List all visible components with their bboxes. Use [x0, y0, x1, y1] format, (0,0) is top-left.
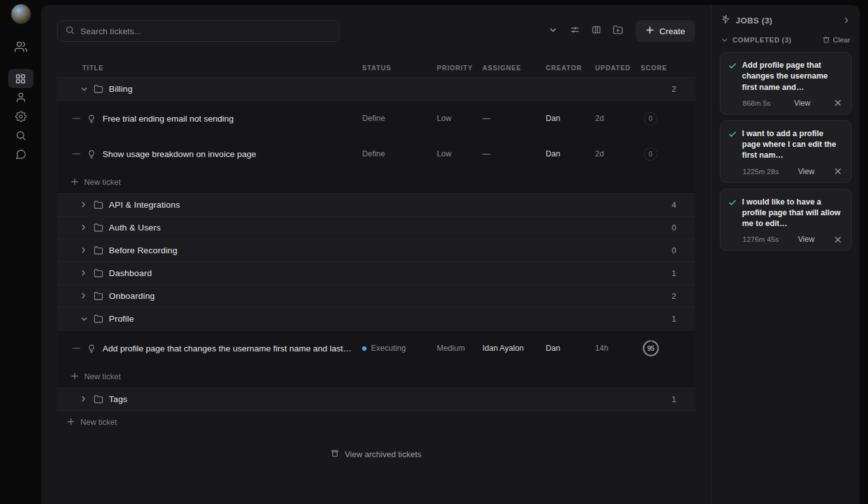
job-duration: 1225m 28s [743, 168, 779, 175]
job-title: I would like to have a profile page that… [742, 197, 843, 230]
group-ticket-count: 1 [672, 269, 676, 278]
ticket-status: Executing [362, 344, 437, 353]
clear-jobs-button[interactable]: Clear [822, 36, 850, 44]
ticket-row[interactable]: Show usage breakdown on invoice page Def… [57, 136, 695, 172]
new-ticket-label: New ticket [80, 418, 117, 427]
ticket-title-cell: Add profile page that changes the userna… [57, 344, 362, 353]
ticket-updated: 14h [595, 344, 641, 353]
drag-handle[interactable] [72, 118, 80, 119]
sidebar-item-profile[interactable] [8, 88, 34, 107]
user-avatar[interactable] [11, 4, 31, 24]
group-name: Dashboard [109, 268, 152, 278]
plus-icon [71, 178, 79, 187]
job-card[interactable]: I want to add a profile page where I can… [720, 120, 852, 183]
ticket-creator: Dan [546, 344, 595, 353]
job-dismiss-icon[interactable] [834, 236, 843, 244]
job-dismiss-icon[interactable] [834, 167, 843, 175]
folder-plus-icon [613, 25, 623, 37]
completed-section-header[interactable]: COMPLETED (3) Clear [720, 34, 852, 46]
jobs-panel-title: JOBS (3) [736, 16, 772, 25]
sidebar-item-settings[interactable] [8, 107, 34, 126]
collapse-panel-button[interactable] [843, 16, 850, 24]
check-icon [728, 198, 737, 230]
group-name: Before Recording [109, 246, 177, 255]
ticket-group-row[interactable]: Dashboard 1 [57, 262, 695, 285]
completed-section-label: COMPLETED (3) [733, 36, 791, 44]
ticket-updated: 2d [595, 114, 641, 123]
score-badge: 0 [644, 148, 657, 161]
chat-icon [15, 149, 27, 160]
job-card-bottom: 1276m 45s View [728, 235, 843, 244]
collapse-all-button[interactable] [545, 23, 561, 39]
status-label: Define [362, 114, 385, 123]
ticket-score: 95 [641, 339, 695, 357]
group-ticket-count: 0 [672, 246, 676, 255]
create-button[interactable]: Create [636, 20, 695, 42]
job-duration: 868m 5s [743, 99, 771, 107]
sliders-icon [570, 25, 580, 37]
clear-jobs-label: Clear [833, 36, 850, 44]
ticket-groups: Billing 2 Free trial ending email not se… [57, 77, 695, 411]
new-ticket-button[interactable]: New ticket [57, 172, 695, 193]
ticket-assignee: — [482, 149, 546, 158]
topbar: Create [57, 20, 695, 42]
ticket-updated: 2d [595, 149, 641, 158]
job-dismiss-icon[interactable] [834, 99, 843, 107]
app-root: Create TITLESTATUSPRIORITYASSIGNEECREATO… [0, 0, 868, 504]
folder-icon [94, 200, 103, 210]
column-header-assignee: ASSIGNEE [482, 64, 546, 72]
job-view-button[interactable]: View [798, 235, 815, 244]
ticket-group-row[interactable]: Billing 2 [57, 78, 695, 101]
ticket-title: Show usage breakdown on invoice page [103, 149, 265, 159]
job-view-button[interactable]: View [798, 167, 815, 176]
columns-view-button[interactable] [588, 23, 604, 39]
group-ticket-count: 1 [672, 315, 676, 324]
ticket-creator: Dan [546, 114, 595, 123]
job-card[interactable]: I would like to have a profile page that… [720, 189, 852, 251]
ticket-score: 0 [641, 148, 695, 161]
job-card-bottom: 868m 5s View [728, 99, 843, 108]
main-panel: Create TITLESTATUSPRIORITYASSIGNEECREATO… [41, 5, 860, 504]
chevron-icon [80, 291, 87, 302]
group-name: API & Integrations [109, 200, 180, 210]
view-archived-button[interactable]: View archived tickets [330, 449, 421, 460]
job-card[interactable]: Add profile page that changes the userna… [720, 52, 852, 115]
sidebar-item-chat[interactable] [8, 145, 34, 164]
ticket-group-row[interactable]: Profile 1 [57, 308, 695, 331]
drag-handle[interactable] [72, 153, 80, 154]
folder-icon [94, 223, 103, 232]
gear-icon [15, 111, 27, 122]
column-header-priority: PRIORITY [437, 64, 482, 72]
folder-icon [94, 268, 103, 278]
lightbulb-icon [87, 114, 96, 123]
ticket-row[interactable]: Add profile page that changes the userna… [57, 331, 695, 366]
chevron-icon [80, 222, 87, 234]
add-folder-button[interactable] [610, 23, 626, 39]
ticket-group-row[interactable]: Before Recording 0 [57, 239, 695, 262]
sidebar-item-search[interactable] [8, 126, 34, 145]
search-input[interactable] [80, 27, 331, 36]
tickets-content: Create TITLESTATUSPRIORITYASSIGNEECREATO… [41, 5, 711, 504]
ticket-row[interactable]: Free trial ending email not sending Defi… [57, 101, 695, 136]
chevron-icon [80, 199, 87, 211]
ticket-group-row[interactable]: Auth & Users 0 [57, 217, 695, 239]
sidebar [0, 0, 41, 504]
team-icon [15, 41, 27, 53]
new-ticket-button[interactable]: New ticket [57, 411, 695, 434]
job-card-top: I would like to have a profile page that… [728, 197, 843, 230]
ticket-title-cell: Show usage breakdown on invoice page [57, 149, 362, 159]
chevron-down-icon [721, 37, 728, 44]
column-header-score: SCORE [641, 64, 695, 72]
drag-handle[interactable] [72, 348, 80, 349]
group-name: Profile [109, 314, 134, 324]
sidebar-item-dashboard[interactable] [8, 69, 34, 88]
folder-icon [94, 314, 103, 324]
sidebar-item-team[interactable] [8, 37, 34, 56]
job-view-button[interactable]: View [794, 99, 810, 108]
filter-button[interactable] [567, 23, 582, 39]
ticket-group-row[interactable]: API & Integrations 4 [57, 194, 695, 217]
check-icon [728, 130, 737, 161]
ticket-group-row[interactable]: Tags 1 [57, 388, 695, 411]
ticket-group-row[interactable]: Onboarding 2 [57, 285, 695, 308]
new-ticket-button[interactable]: New ticket [57, 366, 695, 387]
